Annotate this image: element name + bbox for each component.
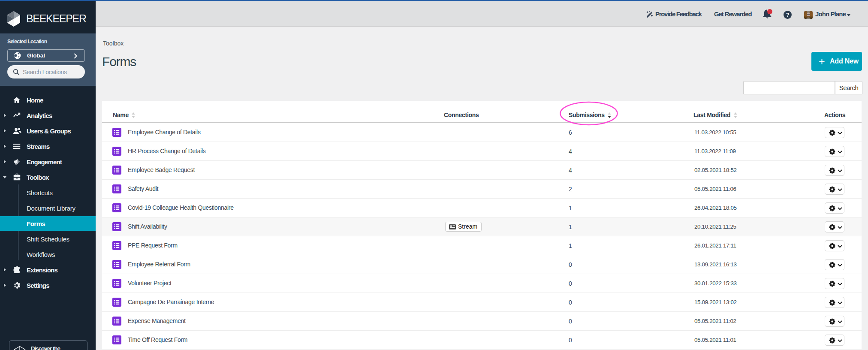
svg-text:?: ? [786,12,790,18]
